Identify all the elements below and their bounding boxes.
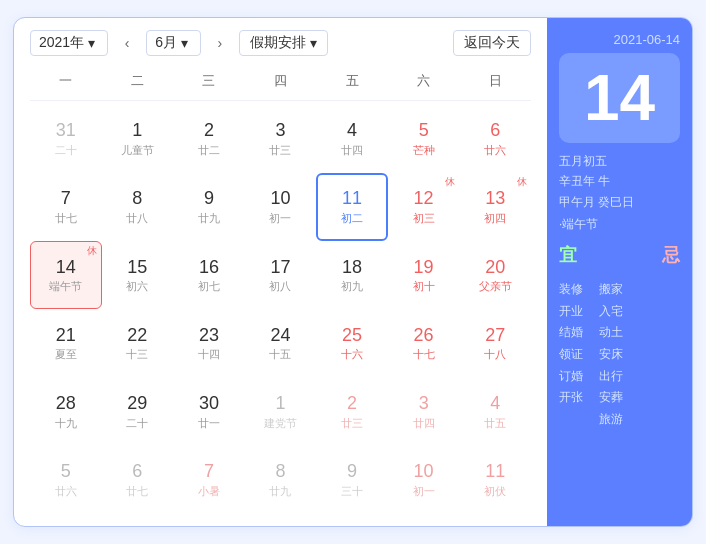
day-number: 29 <box>127 393 147 415</box>
day-lunar: 初九 <box>341 279 363 294</box>
sidebar-yi-ji-items: 装修开业结婚领证订婚开张 搬家入宅动土安床出行安葬旅游 <box>559 279 680 430</box>
day-cell[interactable]: 28十九 <box>30 378 102 446</box>
day-cell[interactable]: 1儿童节 <box>102 105 174 173</box>
day-cell[interactable]: 15初六 <box>102 241 174 309</box>
day-number: 18 <box>342 257 362 279</box>
day-cell[interactable]: 9三十 <box>316 446 388 514</box>
day-lunar: 十三 <box>126 347 148 362</box>
day-cell[interactable]: 8廿八 <box>102 173 174 241</box>
day-cell[interactable]: 休14端午节 <box>30 241 102 309</box>
yi-item: 领证 <box>559 344 583 366</box>
sidebar-full-date: 2021-06-14 <box>559 32 680 47</box>
day-number: 16 <box>199 257 219 279</box>
day-cell[interactable]: 3廿四 <box>388 378 460 446</box>
weekday-label: 二 <box>102 68 174 94</box>
day-cell[interactable]: 6廿六 <box>459 105 531 173</box>
ji-item: 出行 <box>599 366 623 388</box>
day-cell[interactable]: 29二十 <box>102 378 174 446</box>
day-cell[interactable]: 7小暑 <box>173 446 245 514</box>
day-lunar: 十四 <box>198 347 220 362</box>
day-number: 6 <box>490 120 500 142</box>
day-number: 2 <box>347 393 357 415</box>
return-today-button[interactable]: 返回今天 <box>453 30 531 56</box>
day-number: 7 <box>204 461 214 483</box>
calendar-main: 2021年 ▾ ‹ 6月 ▾ › 假期安排 ▾ 返回今天 一二三四五六日 31二… <box>14 18 547 526</box>
day-lunar: 建党节 <box>264 416 297 431</box>
holiday-chevron-icon: ▾ <box>310 35 317 51</box>
day-lunar: 廿二 <box>198 143 220 158</box>
day-cell[interactable]: 18初九 <box>316 241 388 309</box>
lunar-line3: 甲午月 癸巳日 <box>559 192 680 212</box>
day-cell[interactable]: 26十七 <box>388 309 460 377</box>
day-number: 3 <box>275 120 285 142</box>
day-cell[interactable]: 5芒种 <box>388 105 460 173</box>
day-lunar: 三十 <box>341 484 363 499</box>
day-number: 9 <box>204 188 214 210</box>
day-lunar: 廿三 <box>341 416 363 431</box>
day-cell[interactable]: 24十五 <box>245 309 317 377</box>
day-cell[interactable]: 1建党节 <box>245 378 317 446</box>
next-month-button[interactable]: › <box>209 32 231 54</box>
day-cell[interactable]: 7廿七 <box>30 173 102 241</box>
month-label: 6月 <box>155 34 177 52</box>
day-cell[interactable]: 休13初四 <box>459 173 531 241</box>
holiday-badge: 休 <box>87 244 97 258</box>
day-cell[interactable]: 10初一 <box>245 173 317 241</box>
day-cell[interactable]: 20父亲节 <box>459 241 531 309</box>
day-lunar: 廿五 <box>484 416 506 431</box>
day-cell[interactable]: 休12初三 <box>388 173 460 241</box>
day-lunar: 小暑 <box>198 484 220 499</box>
day-number: 19 <box>414 257 434 279</box>
day-cell[interactable]: 11初伏 <box>459 446 531 514</box>
day-cell[interactable]: 5廿六 <box>30 446 102 514</box>
day-cell[interactable]: 17初八 <box>245 241 317 309</box>
day-cell[interactable]: 16初七 <box>173 241 245 309</box>
prev-month-button[interactable]: ‹ <box>116 32 138 54</box>
day-cell[interactable]: 23十四 <box>173 309 245 377</box>
day-cell[interactable]: 19初十 <box>388 241 460 309</box>
day-number: 22 <box>127 325 147 347</box>
holiday-badge: 休 <box>517 175 527 189</box>
day-cell[interactable]: 8廿九 <box>245 446 317 514</box>
day-cell[interactable]: 3廿三 <box>245 105 317 173</box>
day-lunar: 廿三 <box>269 143 291 158</box>
day-cell[interactable]: 31二十 <box>30 105 102 173</box>
ji-item: 入宅 <box>599 301 623 323</box>
day-cell[interactable]: 30廿一 <box>173 378 245 446</box>
holiday-badge: 休 <box>445 175 455 189</box>
day-cell[interactable]: 2廿三 <box>316 378 388 446</box>
day-cell[interactable]: 11初二 <box>316 173 388 241</box>
day-lunar: 廿七 <box>126 484 148 499</box>
day-cell[interactable]: 4廿五 <box>459 378 531 446</box>
day-cell[interactable]: 27十八 <box>459 309 531 377</box>
day-lunar: 二十 <box>126 416 148 431</box>
calendar-sidebar: 2021-06-14 14 五月初五 辛丑年 牛 甲午月 癸巳日 ·端午节 宜 … <box>547 18 692 526</box>
month-select[interactable]: 6月 ▾ <box>146 30 201 56</box>
day-cell[interactable]: 2廿二 <box>173 105 245 173</box>
holiday-arrange-button[interactable]: 假期安排 ▾ <box>239 30 328 56</box>
day-lunar: 儿童节 <box>121 143 154 158</box>
day-number: 27 <box>485 325 505 347</box>
day-cell[interactable]: 6廿七 <box>102 446 174 514</box>
lunar-line2: 辛丑年 牛 <box>559 171 680 191</box>
day-number: 6 <box>132 461 142 483</box>
weekdays-header: 一二三四五六日 <box>30 68 531 101</box>
days-grid: 31二十1儿童节2廿二3廿三4廿四5芒种6廿六7廿七8廿八9廿九10初一11初二… <box>30 105 531 514</box>
day-number: 5 <box>61 461 71 483</box>
sidebar-yi-ji-labels: 宜 忌 <box>559 243 680 267</box>
day-cell[interactable]: 25十六 <box>316 309 388 377</box>
day-cell[interactable]: 10初一 <box>388 446 460 514</box>
day-cell[interactable]: 21夏至 <box>30 309 102 377</box>
day-lunar: 廿六 <box>55 484 77 499</box>
day-number: 4 <box>347 120 357 142</box>
year-select[interactable]: 2021年 ▾ <box>30 30 108 56</box>
sidebar-big-day-number: 14 <box>559 53 680 143</box>
year-label: 2021年 <box>39 34 84 52</box>
day-cell[interactable]: 9廿九 <box>173 173 245 241</box>
day-number: 12 <box>414 188 434 210</box>
day-cell[interactable]: 4廿四 <box>316 105 388 173</box>
day-number: 10 <box>270 188 290 210</box>
day-lunar: 十八 <box>484 347 506 362</box>
day-number: 11 <box>485 461 505 483</box>
day-cell[interactable]: 22十三 <box>102 309 174 377</box>
